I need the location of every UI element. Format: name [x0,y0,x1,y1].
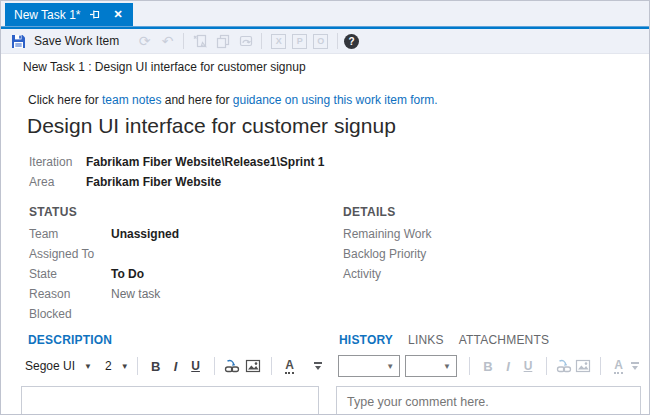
font-color-button[interactable]: A [280,356,300,376]
pin-icon[interactable] [89,8,102,21]
toolbar-overflow-icon[interactable] [628,362,641,370]
comment-font-name-dropdown[interactable]: ▼ [338,355,400,377]
description-editor-box [21,386,319,415]
details-heading: DETAILS [343,205,396,219]
description-format-toolbar: Segoe UI ▼ 2 ▼ B I U A [25,353,325,379]
notice-line: Click here for team notes and here for g… [28,93,438,107]
insert-image-icon[interactable] [574,356,593,376]
toolbar-separator [183,33,184,49]
blocked-row: Blocked [29,304,179,324]
blocked-label: Blocked [29,307,111,321]
toolbar-separator [337,33,338,49]
area-row: Area Fabrikam Fiber Website [29,172,325,192]
tab-new-task-1[interactable]: New Task 1* ✕ [5,3,133,26]
new-linked-work-item-icon[interactable] [190,32,209,50]
backlog-priority-label: Backlog Priority [343,247,426,261]
hyperlink-icon[interactable] [555,356,574,376]
format-separator [137,357,138,375]
format-separator [271,357,272,375]
undo-icon[interactable]: ↶ [158,32,177,50]
backlog-priority-row: Backlog Priority [343,244,431,264]
description-editor[interactable] [22,387,318,415]
disabled-format-group: B I U [478,356,538,376]
save-icon[interactable] [9,32,28,50]
underline-button[interactable]: U [518,356,538,376]
bold-button[interactable]: B [478,356,498,376]
font-size-dropdown[interactable]: 2 [105,359,112,373]
excel-icon[interactable]: X [271,34,286,49]
team-label: Team [29,227,111,241]
reason-label: Reason [29,287,111,301]
font-color-button[interactable]: A [609,356,628,376]
details-fields: Remaining Work Backlog Priority Activity [343,224,431,284]
title-field[interactable]: Design UI interface for customer signup [27,114,396,138]
assigned-to-label: Assigned To [29,247,111,261]
iteration-field[interactable]: Fabrikam Fiber Website\Release1\Sprint 1 [86,155,325,169]
copy-work-item-icon[interactable] [213,32,232,50]
close-icon[interactable]: ✕ [111,8,124,21]
chevron-down-icon: ▼ [443,362,451,371]
italic-button[interactable]: I [498,356,518,376]
area-label: Area [29,175,86,189]
history-format-toolbar: ▼ ▼ B I U A [338,353,641,379]
iteration-row: Iteration Fabrikam Fiber Website\Release… [29,152,325,172]
toolbar-separator [261,33,262,49]
work-item-window: New Task 1* ✕ Save Work Item ⟳ ↶ [0,0,650,415]
format-separator [546,357,547,375]
reason-field[interactable]: New task [111,287,160,301]
classification-fields: Iteration Fabrikam Fiber Website\Release… [29,152,325,192]
italic-button[interactable]: I [166,356,186,376]
remaining-work-row: Remaining Work [343,224,431,244]
outlook-icon[interactable]: O [313,34,328,49]
tab-history[interactable]: HISTORY [339,333,393,347]
state-label: State [29,267,111,281]
assigned-to-row: Assigned To [29,244,179,264]
activity-label: Activity [343,267,381,281]
notice-middle: and here for [161,93,232,107]
document-tab-strip: New Task 1* ✕ [1,1,649,26]
refresh-icon[interactable]: ⟳ [135,32,154,50]
font-name-dropdown[interactable]: Segoe UI [25,359,75,373]
team-field[interactable]: Unassigned [111,227,179,241]
work-item-header-text: New Task 1 : Design UI interface for cus… [23,60,306,74]
save-work-item-button[interactable]: Save Work Item [34,34,119,48]
tab-links[interactable]: LINKS [408,333,444,347]
description-heading: DESCRIPTION [28,333,112,347]
comment-input[interactable] [337,387,640,415]
status-fields: Team Unassigned Assigned To State To Do … [29,224,179,324]
bold-button[interactable]: B [146,356,166,376]
history-tab-group: HISTORY LINKS ATTACHMENTS [339,333,549,347]
project-icon[interactable]: P [292,34,307,49]
underline-button[interactable]: U [186,356,206,376]
tab-title: New Task 1* [14,8,80,22]
guidance-link[interactable]: guidance on using this work item form. [233,93,438,107]
tab-attachments[interactable]: ATTACHMENTS [459,333,549,347]
work-item-toolbar: Save Work Item ⟳ ↶ X P O ? [1,29,649,54]
team-row: Team Unassigned [29,224,179,244]
comment-font-size-dropdown[interactable]: ▼ [405,355,457,377]
area-field[interactable]: Fabrikam Fiber Website [86,175,221,189]
notice-prefix: Click here for [28,93,102,107]
remaining-work-label: Remaining Work [343,227,431,241]
insert-image-icon[interactable] [243,356,263,376]
toolbar-overflow-icon[interactable] [311,362,325,370]
help-icon[interactable]: ? [344,34,359,49]
status-heading: STATUS [29,205,77,219]
chevron-down-icon: ▼ [386,362,394,371]
chevron-down-icon[interactable]: ▼ [121,362,129,371]
state-row: State To Do [29,264,179,284]
format-separator [600,357,601,375]
open-in-web-icon[interactable] [236,32,255,50]
format-separator [214,357,215,375]
hyperlink-icon[interactable] [223,356,243,376]
history-comment-box [336,386,641,415]
reason-row: Reason New task [29,284,179,304]
iteration-label: Iteration [29,155,86,169]
chevron-down-icon[interactable]: ▼ [84,362,92,371]
activity-row: Activity [343,264,431,284]
team-notes-link[interactable]: team notes [102,93,161,107]
format-separator [469,357,470,375]
state-field[interactable]: To Do [111,267,144,281]
